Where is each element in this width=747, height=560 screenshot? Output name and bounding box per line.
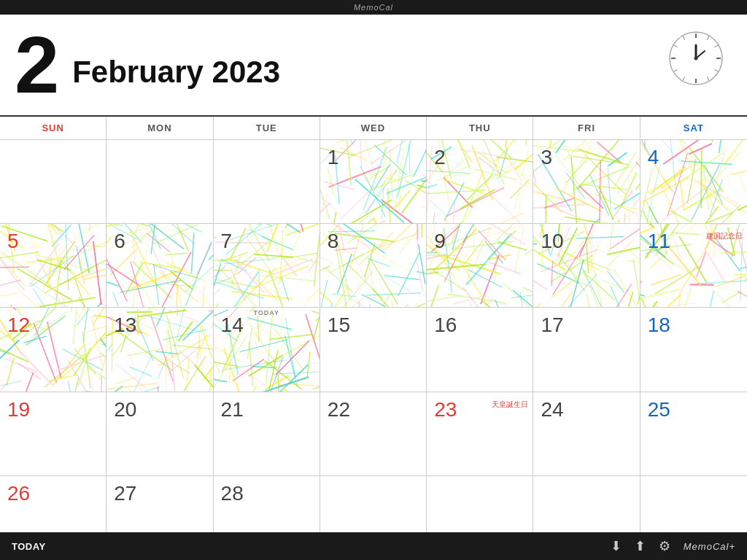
calendar-cell[interactable]: 16 [427, 308, 533, 391]
svg-line-833 [214, 339, 220, 373]
calendar-cell[interactable]: 18 [640, 308, 747, 391]
svg-line-719 [0, 384, 7, 392]
calendar-row-0: 1234 [0, 140, 747, 224]
svg-line-289 [0, 293, 18, 300]
app-title: MemoCal [354, 3, 393, 12]
svg-line-571 [611, 224, 640, 249]
app-logo-bottom: MemoCal+ [684, 541, 735, 552]
svg-line-546 [473, 224, 485, 229]
svg-line-219 [738, 190, 747, 211]
svg-line-88 [492, 196, 533, 224]
svg-line-513 [511, 293, 533, 298]
share-icon[interactable]: ⬆ [635, 538, 646, 554]
svg-line-67 [398, 148, 403, 220]
svg-line-355 [158, 252, 191, 308]
calendar-cell[interactable]: 21 [214, 392, 320, 475]
svg-line-307 [80, 257, 84, 285]
svg-line-22 [386, 175, 426, 193]
svg-line-752 [209, 308, 213, 311]
svg-line-302 [0, 267, 29, 268]
calendar-cell[interactable]: 11建国記念日 [640, 224, 747, 307]
svg-line-308 [90, 224, 96, 232]
calendar-cell[interactable]: 24 [533, 392, 640, 475]
svg-line-687 [12, 373, 33, 391]
month-year: February 2023 [72, 40, 280, 90]
calendar-cell[interactable]: TODAY14 [214, 308, 320, 391]
month-number: 2 [15, 25, 59, 105]
svg-line-847 [239, 340, 287, 352]
svg-line-622 [703, 291, 713, 307]
svg-line-46 [360, 140, 362, 169]
svg-line-81 [510, 179, 530, 199]
calendar-cell[interactable]: 2 [427, 140, 533, 223]
svg-line-717 [26, 316, 66, 346]
svg-line-668 [679, 243, 709, 294]
svg-line-53 [330, 212, 336, 223]
svg-line-672 [672, 224, 700, 238]
calendar-cell[interactable]: 8 [320, 224, 427, 307]
calendar-cell[interactable]: 22 [320, 392, 427, 475]
svg-line-471 [337, 272, 373, 308]
calendar-cell[interactable]: 5 [0, 224, 107, 307]
svg-line-323 [132, 261, 171, 298]
svg-line-257 [39, 298, 96, 307]
svg-line-37 [409, 144, 410, 174]
calendar-cell[interactable]: 12 [0, 308, 107, 391]
day-number: 14 [221, 314, 244, 337]
svg-line-255 [663, 140, 711, 164]
svg-line-402 [253, 277, 278, 301]
svg-line-794 [107, 384, 158, 390]
day-number: 13 [114, 314, 136, 337]
svg-line-805 [290, 384, 320, 387]
calendar-cell[interactable]: 10 [533, 224, 640, 307]
header: 2 February 2023 [0, 15, 747, 115]
svg-line-621 [669, 224, 683, 266]
day-number: 21 [221, 398, 244, 421]
svg-line-677 [101, 376, 102, 392]
svg-line-836 [225, 360, 287, 370]
svg-line-769 [128, 387, 147, 391]
calendar-cell[interactable]: 1 [320, 140, 427, 223]
svg-line-521 [523, 287, 533, 307]
calendar-cell[interactable]: 9 [427, 224, 533, 307]
svg-line-494 [320, 287, 348, 307]
svg-line-702 [71, 308, 74, 313]
calendar-cell[interactable]: 23天皇誕生日 [427, 392, 533, 475]
svg-line-661 [711, 224, 747, 225]
svg-line-627 [640, 281, 642, 307]
svg-line-479 [325, 267, 352, 292]
svg-line-626 [715, 238, 740, 271]
calendar-cell[interactable]: 19 [0, 392, 107, 475]
svg-line-683 [90, 376, 99, 392]
svg-line-96 [430, 200, 447, 216]
calendar-cell[interactable]: 4 [640, 140, 747, 223]
settings-icon[interactable]: ⚙ [659, 538, 670, 554]
svg-line-214 [662, 140, 685, 143]
svg-line-705 [85, 324, 106, 332]
svg-line-755 [177, 308, 179, 316]
today-button[interactable]: TODAY [12, 541, 46, 552]
calendar-cell[interactable]: 3 [533, 140, 640, 223]
svg-line-269 [52, 225, 71, 246]
svg-line-714 [68, 381, 82, 391]
day-number: 11 [648, 230, 670, 253]
svg-line-554 [473, 224, 474, 254]
calendar-cell[interactable]: 20 [107, 392, 213, 475]
calendar-cell[interactable]: 7 [214, 224, 320, 307]
calendar-cell[interactable]: 15 [320, 308, 427, 391]
svg-line-196 [705, 212, 733, 223]
svg-line-578 [533, 267, 547, 289]
calendar-cell[interactable]: 13 [107, 308, 213, 391]
download-icon[interactable]: ⬇ [611, 538, 622, 554]
svg-line-92 [427, 221, 464, 223]
svg-line-232 [650, 167, 685, 194]
calendar-cell[interactable]: 25 [640, 392, 747, 475]
svg-line-97 [514, 223, 533, 224]
calendar-cell [214, 140, 320, 223]
calendar-cell[interactable]: 6 [107, 224, 213, 307]
svg-line-811 [314, 363, 319, 367]
svg-line-157 [566, 159, 587, 183]
calendar-cell[interactable]: 17 [533, 308, 640, 391]
day-number: 25 [648, 398, 670, 421]
day-header-sat: SAT [640, 117, 747, 139]
